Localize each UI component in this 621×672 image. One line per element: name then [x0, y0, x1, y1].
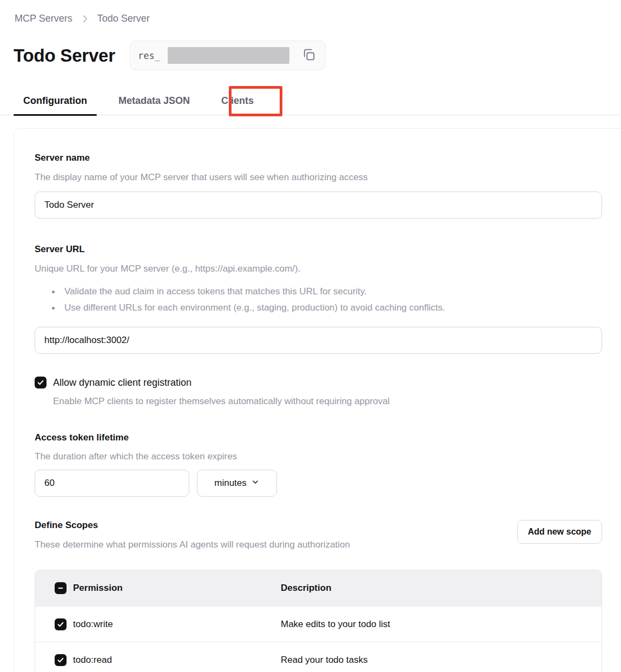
token-lifetime-value-input[interactable] — [35, 470, 189, 497]
server-url-description: Unique URL for your MCP server (e.g., ht… — [35, 263, 602, 274]
server-url-bullet: Use different URLs for each environment … — [51, 300, 602, 316]
dynamic-registration-checkbox[interactable] — [35, 377, 47, 388]
token-lifetime-unit-value: minutes — [214, 478, 247, 489]
configuration-card: Server name The display name of your MCP… — [14, 128, 621, 672]
server-url-section: Server URL Unique URL for your MCP serve… — [35, 244, 602, 354]
dynamic-registration-label[interactable]: Allow dynamic client registration — [53, 377, 191, 388]
checkmark-icon — [57, 656, 64, 664]
token-lifetime-description: The duration after which the access toke… — [35, 451, 602, 462]
dynamic-registration-description: Enable MCP clients to register themselve… — [53, 396, 602, 407]
define-scopes-description: These determine what permissions AI agen… — [35, 539, 350, 550]
tab-clients[interactable]: Clients — [212, 87, 263, 115]
dynamic-registration-section: Allow dynamic client registration Enable… — [35, 377, 602, 407]
define-scopes-section: Define Scopes These determine what permi… — [35, 520, 602, 550]
copy-icon — [301, 47, 316, 64]
server-url-guidelines: Validate the aud claim in access tokens … — [51, 284, 602, 316]
tab-bar: Configuration Metadata JSON Clients — [0, 87, 621, 115]
redacted-resource-id — [168, 47, 289, 64]
column-header-permission: Permission — [73, 583, 123, 594]
indeterminate-icon — [57, 585, 64, 591]
copy-button[interactable] — [300, 46, 318, 65]
scope-permission: todo:read — [73, 655, 112, 666]
token-lifetime-unit-select[interactable]: minutes — [197, 470, 277, 497]
server-url-bullet: Validate the aud claim in access tokens … — [51, 284, 602, 300]
column-header-description: Description — [281, 583, 602, 594]
page-header: Todo Server res_ — [14, 41, 621, 70]
table-row: todo:read Read your todo tasks — [35, 642, 602, 672]
server-name-label: Server name — [35, 153, 602, 163]
chevron-down-icon — [251, 478, 260, 489]
breadcrumb: MCP Servers Todo Server — [15, 13, 621, 24]
server-name-description: The display name of your MCP server that… — [35, 172, 602, 183]
page-title: Todo Server — [14, 45, 115, 66]
server-url-input[interactable] — [35, 327, 602, 354]
tab-metadata-json[interactable]: Metadata JSON — [109, 87, 200, 115]
scope-checkbox[interactable] — [55, 654, 67, 666]
token-lifetime-section: Access token lifetime The duration after… — [35, 432, 602, 497]
resource-id-badge: res_ — [130, 41, 326, 70]
resource-id-prefix: res_ — [138, 50, 160, 61]
server-name-input[interactable] — [35, 192, 602, 219]
checkmark-icon — [37, 379, 44, 386]
token-lifetime-label: Access token lifetime — [35, 432, 602, 443]
scopes-table: Permission Description todo:write Make e… — [35, 570, 602, 672]
select-all-checkbox[interactable] — [55, 582, 67, 594]
add-new-scope-button[interactable]: Add new scope — [517, 520, 602, 544]
define-scopes-label: Define Scopes — [35, 520, 350, 531]
scope-permission: todo:write — [73, 619, 113, 630]
server-url-label: Server URL — [35, 244, 602, 255]
table-header-row: Permission Description — [35, 570, 602, 606]
server-name-section: Server name The display name of your MCP… — [35, 153, 602, 219]
scope-description: Make edits to your todo list — [281, 619, 602, 630]
breadcrumb-mcp-servers[interactable]: MCP Servers — [15, 13, 72, 24]
chevron-right-icon — [80, 14, 90, 24]
table-row: todo:write Make edits to your todo list — [35, 606, 602, 642]
tab-configuration[interactable]: Configuration — [14, 87, 97, 115]
checkmark-icon — [57, 621, 64, 628]
scope-checkbox[interactable] — [55, 618, 67, 630]
scope-description: Read your todo tasks — [281, 655, 602, 666]
breadcrumb-todo-server: Todo Server — [97, 13, 150, 24]
